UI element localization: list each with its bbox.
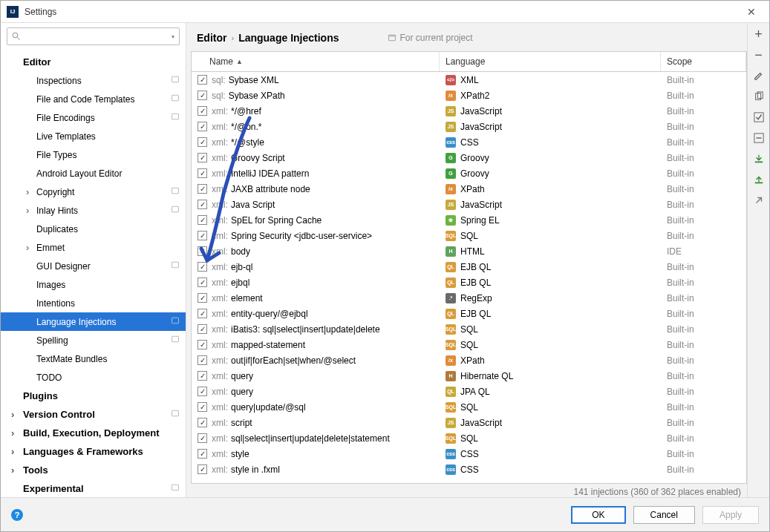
sidebar-item-inlay-hints[interactable]: ›Inlay Hints xyxy=(1,201,186,220)
enabled-checkbox[interactable] xyxy=(198,106,207,116)
table-row[interactable]: xml: query|update/@sqlSQLSQLBuilt-in xyxy=(192,399,746,415)
sidebar-item-copyright[interactable]: ›Copyright xyxy=(1,183,186,201)
table-row[interactable]: xml: SpEL for Spring Cache❀Spring ELBuil… xyxy=(192,212,746,228)
enabled-checkbox[interactable] xyxy=(198,293,207,303)
column-language[interactable]: Language xyxy=(440,52,661,71)
enabled-checkbox[interactable] xyxy=(198,215,207,225)
export-button[interactable] xyxy=(752,173,766,186)
table-row[interactable]: xml: Spring Security <jdbc-user-service>… xyxy=(192,228,746,243)
sidebar-item-gui-designer[interactable]: GUI Designer xyxy=(1,257,186,275)
sidebar-item-version-control[interactable]: ›Version Control xyxy=(1,405,186,424)
column-name[interactable]: Name▲ xyxy=(192,52,440,71)
enabled-checkbox[interactable] xyxy=(198,402,207,412)
sidebar-item-emmet[interactable]: ›Emmet xyxy=(1,238,186,257)
enabled-checkbox[interactable] xyxy=(198,278,207,287)
table-body[interactable]: sql: Sybase XML</>XMLBuilt-insql: Sybase… xyxy=(192,72,746,483)
enabled-checkbox[interactable] xyxy=(198,246,207,256)
sidebar-item-label: TextMate Bundles xyxy=(36,354,180,364)
enabled-checkbox[interactable] xyxy=(198,464,207,474)
table-row[interactable]: xml: iBatis3: sql|select|insert|update|d… xyxy=(192,321,746,337)
enabled-checkbox[interactable] xyxy=(198,387,207,396)
table-row[interactable]: xml: */@hrefJSJavaScriptBuilt-in xyxy=(192,103,746,119)
help-button[interactable]: ? xyxy=(11,509,23,521)
sidebar-item-inspections[interactable]: Inspections xyxy=(1,71,186,90)
cancel-button[interactable]: Cancel xyxy=(633,506,695,524)
sidebar-item-tools[interactable]: ›Tools xyxy=(1,461,186,479)
apply-button[interactable]: Apply xyxy=(702,506,759,524)
ok-button[interactable]: OK xyxy=(571,506,625,524)
enabled-checkbox[interactable] xyxy=(198,371,207,381)
sidebar-item-languages-frameworks[interactable]: ›Languages & Frameworks xyxy=(1,442,186,461)
sidebar-item-android-layout-editor[interactable]: Android Layout Editor xyxy=(1,164,186,183)
disable-button[interactable] xyxy=(752,131,766,145)
table-row[interactable]: xml: mapped-statementSQLSQLBuilt-in xyxy=(192,337,746,352)
sidebar-item-build-execution-deployment[interactable]: ›Build, Execution, Deployment xyxy=(1,424,186,442)
enable-button[interactable] xyxy=(752,111,766,124)
sidebar-item-images[interactable]: Images xyxy=(1,275,186,294)
table-row[interactable]: xml: out|if|forEach|set|when/@select/xXP… xyxy=(192,352,746,368)
enabled-checkbox[interactable] xyxy=(198,91,207,100)
sidebar-item-textmate-bundles[interactable]: TextMate Bundles xyxy=(1,349,186,368)
import-button[interactable] xyxy=(752,152,766,165)
search-input[interactable] xyxy=(24,29,172,44)
table-row[interactable]: xml: bodyHHTMLIDE xyxy=(192,243,746,259)
settings-tree[interactable]: EditorInspectionsFile and Code Templates… xyxy=(1,50,186,497)
table-row[interactable]: sql: Sybase XPath/xXPath2Built-in xyxy=(192,88,746,103)
table-row[interactable]: xml: JAXB attribute node/xXPathBuilt-in xyxy=(192,181,746,197)
table-row[interactable]: xml: sql|select|insert|update|delete|sta… xyxy=(192,430,746,446)
sidebar-item-live-templates[interactable]: Live Templates xyxy=(1,127,186,145)
enabled-checkbox[interactable] xyxy=(198,153,207,162)
enabled-checkbox[interactable] xyxy=(198,75,207,85)
sidebar-item-duplicates[interactable]: Duplicates xyxy=(1,220,186,238)
sidebar-item-plugins[interactable]: Plugins xyxy=(1,387,186,405)
sidebar-item-file-encodings[interactable]: File Encodings xyxy=(1,108,186,127)
enabled-checkbox[interactable] xyxy=(198,200,207,209)
search-dropdown-icon[interactable]: ▾ xyxy=(172,33,174,40)
table-row[interactable]: xml: ejb-qlQLEJB QLBuilt-in xyxy=(192,259,746,275)
table-row[interactable]: xml: entity-query/@ejbqlQLEJB QLBuilt-in xyxy=(192,306,746,321)
sidebar-item-spelling[interactable]: Spelling xyxy=(1,331,186,349)
add-button[interactable]: + xyxy=(752,27,766,41)
enabled-checkbox[interactable] xyxy=(198,433,207,443)
column-scope[interactable]: Scope xyxy=(661,52,746,71)
sidebar-item-editor[interactable]: Editor xyxy=(1,53,186,71)
table-row[interactable]: xml: scriptJSJavaScriptBuilt-in xyxy=(192,415,746,430)
table-row[interactable]: xml: IntelliJ IDEA patternGGroovyBuilt-i… xyxy=(192,165,746,181)
table-row[interactable]: xml: queryHHibernate QLBuilt-in xyxy=(192,368,746,384)
enabled-checkbox[interactable] xyxy=(198,418,207,427)
table-row[interactable]: xml: element.*RegExpBuilt-in xyxy=(192,290,746,306)
sidebar-item-language-injections[interactable]: Language Injections xyxy=(1,312,186,331)
table-row[interactable]: xml: queryQLJPA QLBuilt-in xyxy=(192,384,746,399)
sidebar-item-todo[interactable]: TODO xyxy=(1,368,186,387)
sidebar-item-file-types[interactable]: File Types xyxy=(1,145,186,164)
table-row[interactable]: xml: */@stylecssCSSBuilt-in xyxy=(192,134,746,150)
enabled-checkbox[interactable] xyxy=(198,184,207,194)
table-row[interactable]: xml: Java ScriptJSJavaScriptBuilt-in xyxy=(192,197,746,212)
sidebar-item-intentions[interactable]: Intentions xyxy=(1,294,186,312)
enabled-checkbox[interactable] xyxy=(198,324,207,334)
enabled-checkbox[interactable] xyxy=(198,340,207,349)
enabled-checkbox[interactable] xyxy=(198,309,207,318)
sidebar-item-experimental[interactable]: Experimental xyxy=(1,479,186,497)
sidebar-item-file-and-code-templates[interactable]: File and Code Templates xyxy=(1,90,186,108)
enabled-checkbox[interactable] xyxy=(198,137,207,147)
table-row[interactable]: xml: */@on.*JSJavaScriptBuilt-in xyxy=(192,119,746,134)
enabled-checkbox[interactable] xyxy=(198,122,207,131)
table-row[interactable]: xml: style in .fxmlcssCSSBuilt-in xyxy=(192,462,746,477)
edit-button[interactable] xyxy=(752,69,766,82)
remove-button[interactable]: − xyxy=(752,48,766,62)
table-row[interactable]: xml: stylecssCSSBuilt-in xyxy=(192,446,746,462)
enabled-checkbox[interactable] xyxy=(198,168,207,178)
table-row[interactable]: sql: Sybase XML</>XMLBuilt-in xyxy=(192,72,746,88)
enabled-checkbox[interactable] xyxy=(198,449,207,459)
svg-rect-10 xyxy=(172,410,179,416)
search-input-box[interactable]: ▾ xyxy=(7,27,180,45)
enabled-checkbox[interactable] xyxy=(198,231,207,240)
share-button[interactable] xyxy=(752,194,766,207)
table-row[interactable]: xml: ejbqlQLEJB QLBuilt-in xyxy=(192,275,746,290)
table-row[interactable]: xml: Groovy ScriptGGroovyBuilt-in xyxy=(192,150,746,165)
close-button[interactable]: ✕ xyxy=(740,6,763,18)
enabled-checkbox[interactable] xyxy=(198,355,207,365)
enabled-checkbox[interactable] xyxy=(198,262,207,272)
copy-button[interactable] xyxy=(752,90,766,103)
